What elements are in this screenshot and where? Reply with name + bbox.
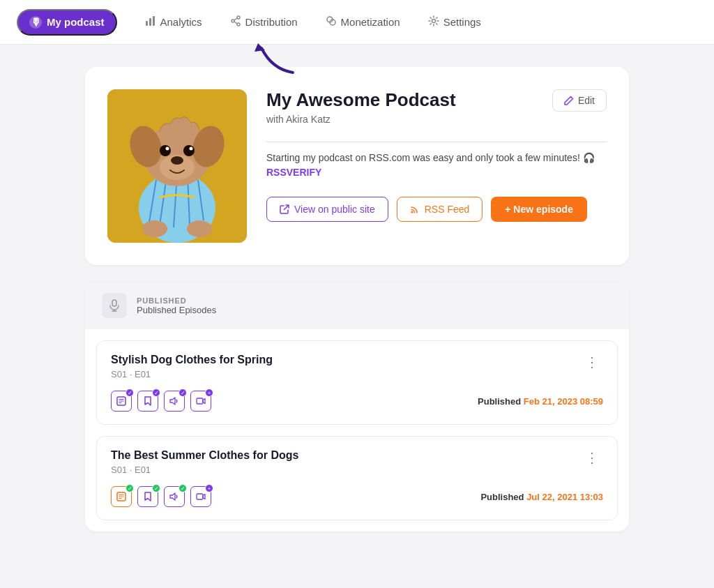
podcast-info-top: My Awesome Podcast with Akira Katz Edit [266,89,607,133]
nav-settings[interactable]: Settings [417,10,492,35]
episode-2-title: The Best Summer Clothes for Dogs [111,449,298,462]
view-public-label: View on public site [294,204,375,215]
monetization-label: Monetization [341,16,400,28]
video-badge-2: + [205,484,213,492]
new-episode-button[interactable]: + New episode [491,197,587,222]
episode-2-video-icon[interactable]: + [190,486,211,507]
episode-1-pub-date: Feb 21, 2023 08:59 [524,396,603,407]
divider [266,142,607,142]
bookmark-badge-1: ✓ [152,389,160,397]
episode-2-publish-info: Published Jul 22, 2021 13:03 [480,492,603,502]
episode-1-info: Stylish Dog Clothes for Spring S01 · E01 [111,354,273,379]
edit-icon [564,96,574,105]
brand-label: My podcast [47,16,105,28]
audio-badge-2: ✓ [178,484,187,492]
svg-point-5 [237,23,240,26]
nav-distribution[interactable]: Distribution [219,10,309,35]
video-badge-1: + [205,389,213,397]
mic-icon: 🎙 [29,16,42,29]
episode-1-bookmark-icon[interactable]: ✓ [137,391,158,412]
svg-point-26 [166,147,169,151]
episode-1-publish-info: Published Feb 21, 2023 08:59 [478,396,603,407]
svg-rect-38 [197,398,203,404]
episodes-header-icon [102,293,127,318]
microphone-icon [108,299,121,312]
episode-1-pub-label: Published [478,396,521,407]
svg-point-24 [160,145,171,156]
navbar: 🎙 My podcast Analytics Distribution Mone… [0,0,714,45]
episode-1-video-icon[interactable]: + [190,391,211,412]
nav-analytics[interactable]: Analytics [134,10,213,35]
svg-rect-31 [112,300,116,306]
episodes-header-text: PUBLISHED Published Episodes [137,296,216,315]
audio-badge-1: ✓ [178,389,187,397]
bookmark-badge-2: ✓ [152,484,160,492]
episode-1-notes-icon[interactable]: ✓ [111,391,132,412]
svg-point-29 [187,220,212,237]
nav-links: Analytics Distribution Monetization Sett… [134,10,492,35]
episode-1-audio-icon[interactable]: ✓ [164,391,185,412]
podcast-info: My Awesome Podcast with Akira Katz Edit … [266,89,607,222]
svg-point-4 [231,20,234,22]
episode-2-bookmark-icon[interactable]: ✓ [137,486,158,507]
episode-card-1-top: Stylish Dog Clothes for Spring S01 · E01… [111,354,603,379]
episode-2-audio-icon[interactable]: ✓ [164,486,185,507]
podcast-author: with Akira Katz [266,114,456,125]
rss-verify-link[interactable]: RSSVERIFY [266,167,321,178]
episodes-status-label: PUBLISHED [137,296,216,305]
svg-rect-43 [197,494,203,499]
episodes-status-sublabel: Published Episodes [137,305,216,315]
svg-point-3 [237,16,240,19]
episode-2-meta: S01 · E01 [111,465,298,475]
episode-2-more-button[interactable]: ⋮ [581,449,603,466]
episode-1-more-button[interactable]: ⋮ [581,354,603,370]
settings-icon [428,15,439,29]
episodes-header: PUBLISHED Published Episodes [85,282,629,329]
svg-line-7 [234,22,236,24]
brand-button[interactable]: 🎙 My podcast [17,9,117,36]
svg-point-25 [183,145,195,156]
analytics-label: Analytics [160,16,202,28]
episode-card-2: The Best Summer Clothes for Dogs S01 · E… [96,436,618,520]
rss-icon [410,204,420,214]
podcast-cover [107,89,247,243]
nav-monetization[interactable]: Monetization [314,10,411,35]
podcast-description: Starting my podcast on RSS.com was easy … [266,151,607,180]
rss-feed-label: RSS Feed [425,204,470,215]
svg-point-30 [411,211,413,213]
main-content: My Awesome Podcast with Akira Katz Edit … [71,67,643,532]
svg-point-10 [432,19,435,22]
episode-1-icons: ✓ ✓ ✓ + [111,391,211,412]
svg-rect-0 [146,21,148,26]
view-public-site-button[interactable]: View on public site [266,197,388,222]
episode-1-footer: ✓ ✓ ✓ + Published [111,391,603,412]
edit-label: Edit [578,95,595,106]
svg-rect-1 [149,18,151,26]
distribution-label: Distribution [245,16,298,28]
svg-point-28 [142,220,167,237]
distribution-icon [230,15,241,29]
notes-badge-1: ✓ [126,389,134,397]
analytics-icon [145,15,156,29]
rss-feed-button[interactable]: RSS Feed [397,197,483,222]
external-link-icon [280,204,289,214]
episode-card-2-top: The Best Summer Clothes for Dogs S01 · E… [111,449,603,475]
podcast-title-group: My Awesome Podcast with Akira Katz [266,89,456,133]
podcast-title: My Awesome Podcast [266,89,456,111]
episode-2-footer: ✓ ✓ ✓ + Published [111,486,603,507]
svg-point-23 [171,156,183,165]
podcast-header-card: My Awesome Podcast with Akira Katz Edit … [85,67,629,265]
episode-2-icons: ✓ ✓ ✓ + [111,486,211,507]
edit-button[interactable]: Edit [552,89,607,112]
notes-badge-2: ✓ [126,484,134,492]
episodes-section: PUBLISHED Published Episodes Stylish Dog… [85,282,629,532]
episode-2-info: The Best Summer Clothes for Dogs S01 · E… [111,449,298,475]
monetization-icon [326,15,337,29]
action-buttons: View on public site RSS Feed + New episo… [266,197,607,222]
settings-label: Settings [443,16,481,28]
svg-rect-2 [153,16,155,26]
episode-1-meta: S01 · E01 [111,369,273,379]
episode-2-notes-icon[interactable]: ✓ [111,486,132,507]
svg-point-27 [190,147,193,151]
dog-illustration [107,89,247,243]
